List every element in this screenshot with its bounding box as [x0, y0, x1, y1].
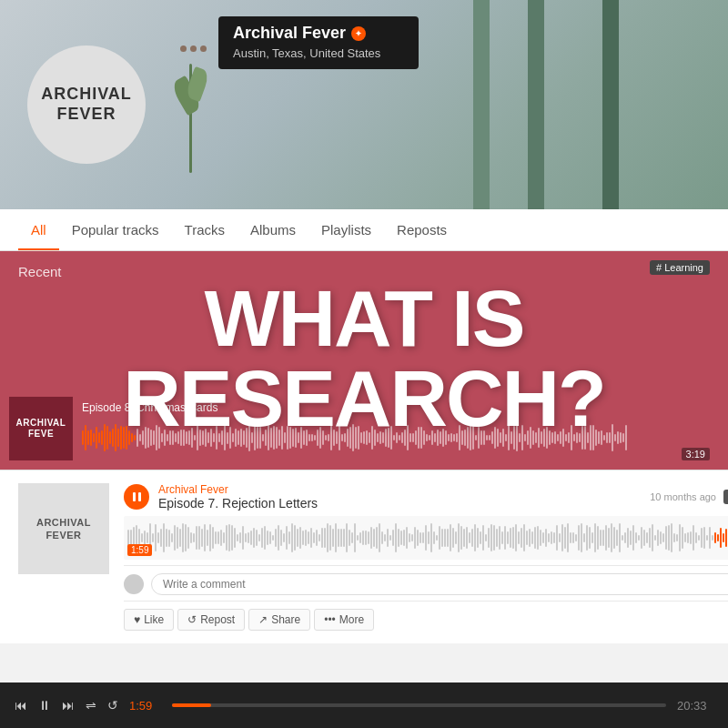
- shuffle-button[interactable]: ⇌: [86, 698, 96, 713]
- track-waveform-bar: [288, 531, 290, 543]
- track-waveform-bar: [370, 527, 372, 549]
- track-waveform-bar: [592, 532, 593, 543]
- track-waveform-bar: [632, 525, 634, 551]
- waveform-bar: [202, 430, 204, 445]
- waveform-bar: [562, 429, 564, 447]
- track-waveform-bar: [144, 531, 146, 544]
- waveform-bar: [131, 433, 133, 441]
- track-tag[interactable]: # Learning: [723, 490, 728, 504]
- nav-item-reposts[interactable]: Reposts: [384, 211, 460, 250]
- waveform-bar: [478, 427, 480, 448]
- play-pause-button[interactable]: ⏸: [38, 698, 51, 713]
- track-waveform-bar: [507, 531, 509, 544]
- waveform-bar: [134, 435, 136, 441]
- track-waveform-bar: [548, 533, 550, 543]
- track-waveform-bar: [343, 529, 345, 546]
- track-waveform-bar: [581, 523, 582, 551]
- waveform-bar: [276, 427, 278, 449]
- track-time-start: 1:59: [127, 544, 152, 556]
- waveform-bar: [232, 433, 234, 442]
- profile-name: Archival Fever ✦: [233, 24, 404, 43]
- waveform-bar: [336, 431, 338, 444]
- track-waveform-bar: [294, 525, 296, 550]
- waveform-bar: [379, 431, 381, 444]
- waveform-bar: [497, 429, 499, 447]
- track-artist[interactable]: Archival Fever: [158, 483, 318, 496]
- track-waveform-bar: [624, 532, 626, 543]
- track-waveform-bar: [460, 526, 462, 550]
- waveform-bar: [369, 432, 370, 444]
- waveform-bar: [440, 431, 441, 443]
- track-waveform-bar: [196, 526, 197, 550]
- waveform-bar: [475, 435, 477, 441]
- repost-button[interactable]: ↺ Repost: [177, 609, 245, 631]
- pause-button[interactable]: [124, 484, 149, 510]
- recent-tag[interactable]: # Learning: [650, 260, 710, 275]
- track-waveform-bar: [228, 524, 230, 551]
- track-waveform-bar: [649, 528, 651, 549]
- waveform-bar: [205, 429, 207, 448]
- waveform-bar: [470, 425, 471, 450]
- player-bar-progress[interactable]: [172, 703, 666, 707]
- track-waveform-bar: [417, 530, 419, 546]
- track-waveform-bar: [441, 529, 443, 547]
- track-waveform-bar: [600, 530, 602, 546]
- track-waveform-bar: [619, 523, 621, 552]
- track-waveform[interactable]: 1:59 20:33: [124, 516, 728, 560]
- nav-item-playlists[interactable]: Playlists: [308, 211, 384, 250]
- avatar[interactable]: ARCHIVAL FEVER: [27, 46, 146, 164]
- track-waveform-bar: [695, 532, 697, 542]
- track-waveform-bar: [679, 524, 681, 551]
- nav-item-all[interactable]: All: [18, 211, 59, 250]
- track-waveform-bar: [490, 524, 492, 551]
- track-waveform-bar: [561, 524, 563, 551]
- repeat-button[interactable]: ↺: [107, 698, 118, 713]
- track-waveform-bar: [379, 523, 380, 552]
- track-waveform-bar: [556, 525, 558, 550]
- nav-item-tracks[interactable]: Tracks: [172, 211, 238, 250]
- waveform-bar: [142, 430, 144, 445]
- action-bar: ♥ Like ↺ Repost ↗ Share ••• More ▶ 12: [124, 601, 728, 631]
- more-button[interactable]: ••• More: [314, 609, 374, 631]
- track-waveform-bar: [365, 531, 367, 545]
- track-waveform-bar: [608, 528, 610, 549]
- waveform-bar: [565, 434, 567, 441]
- track-waveform-bar: [583, 533, 585, 541]
- waveform-bar: [292, 429, 294, 447]
- track-waveform-bar: [242, 526, 244, 551]
- track-waveform-bar: [359, 532, 361, 543]
- comment-avatar: [124, 574, 144, 594]
- waveform-bar: [254, 425, 256, 450]
- track-waveform-bar: [376, 527, 378, 549]
- pause-bar-left: [133, 492, 136, 501]
- waveform-bar: [221, 430, 223, 445]
- waveform-bar: [136, 429, 138, 447]
- track-waveform-bar: [572, 532, 574, 542]
- like-button[interactable]: ♥ Like: [124, 609, 174, 631]
- waveform-bar: [251, 432, 253, 443]
- berry: [200, 46, 207, 52]
- waveform-bar: [325, 435, 327, 440]
- track-waveform-bar: [570, 532, 571, 543]
- track-waveform-bar: [329, 525, 331, 551]
- track-waveform-bar: [638, 535, 640, 541]
- track-waveform-bar: [482, 525, 484, 550]
- recent-track-info: Episode 8. Christmas Cards: [73, 401, 719, 456]
- track-waveform-bar: [335, 523, 337, 551]
- track-waveform-bar: [690, 531, 692, 544]
- nav-item-popular[interactable]: Popular tracks: [59, 211, 172, 250]
- track-waveform-bar: [657, 530, 659, 546]
- waveform-bar: [347, 429, 349, 447]
- prev-button[interactable]: ⏮: [15, 698, 27, 713]
- nav-item-albums[interactable]: Albums: [238, 211, 308, 250]
- comment-input[interactable]: [151, 573, 728, 595]
- waveform-bar: [216, 426, 217, 450]
- recent-label: Recent: [0, 251, 728, 285]
- track-waveform-bar: [207, 530, 208, 547]
- recent-waveform[interactable]: [82, 420, 719, 456]
- track-waveform-bar: [512, 527, 514, 549]
- waveform-bar: [248, 424, 250, 450]
- track-waveform-bar: [190, 532, 192, 543]
- share-button[interactable]: ↗ Share: [248, 609, 310, 631]
- next-button[interactable]: ⏭: [62, 698, 75, 713]
